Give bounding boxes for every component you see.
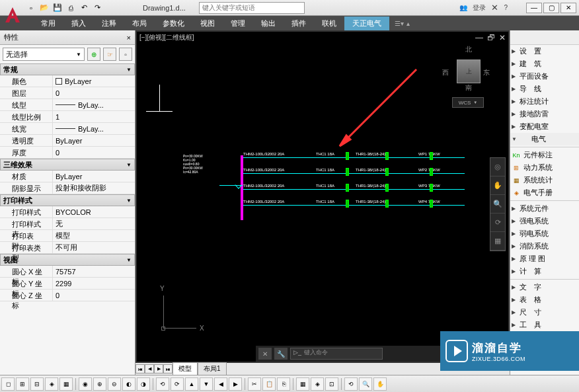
ribbon-collapse-icon[interactable]: ▴ (406, 20, 410, 27)
palette-item[interactable]: ▶弱电系统 (510, 227, 579, 240)
palette-group-header[interactable]: ▼电气 (510, 133, 579, 145)
prop-row[interactable]: 圆心 Y 坐标2299 (0, 278, 135, 290)
palette-item[interactable]: ▶接地防雷 (510, 108, 579, 120)
cmd-close-icon[interactable]: ✕ (258, 348, 272, 360)
prop-row[interactable]: 线型比例1 (0, 111, 135, 123)
drawing-canvas[interactable]: [−][俯视][二维线框] — 🗗 ✕ 北 南 西 东 上 WCS▼ ◎ ✋ 🔍… (137, 32, 508, 362)
palette-item[interactable]: ▶强电系统 (510, 215, 579, 227)
ribbon-menu-icon[interactable]: ☰▾ (395, 20, 404, 27)
app-logo[interactable] (3, 5, 22, 25)
palette-item[interactable]: ▶建 筑 (510, 58, 579, 70)
toolbar-button[interactable]: ◐ (122, 377, 135, 391)
ribbon-tab-6[interactable]: 管理 (223, 17, 253, 30)
quick-select-icon[interactable]: ⊕ (87, 48, 100, 61)
toolbar-button[interactable]: ✂ (248, 377, 261, 391)
prop-row[interactable]: 阴影显示投射和接收阴影 (0, 182, 135, 194)
palette-item[interactable]: ▶标注统计 (510, 95, 579, 108)
nav-pan-icon[interactable]: ✋ (490, 176, 505, 195)
toolbar-button[interactable]: ⟲ (344, 377, 358, 391)
toolbar-button[interactable]: ⊞ (16, 377, 29, 391)
select-objects-icon[interactable]: ☞ (103, 48, 116, 61)
help-icon[interactable]: ? (504, 4, 508, 11)
palette-item[interactable]: Kn元件标注 (510, 149, 579, 161)
palette-item[interactable]: ▶表 格 (510, 294, 579, 306)
prop-row[interactable]: 透明度ByLayer (0, 135, 135, 147)
cmd-config-icon[interactable]: 🔧 (274, 348, 288, 360)
palette-item[interactable]: ▶系统元件 (510, 202, 579, 215)
prop-row[interactable]: 图层0 (0, 87, 135, 99)
tab-first-icon[interactable]: ⏮ (135, 364, 145, 373)
prop-row[interactable]: 材质ByLayer (0, 171, 135, 182)
nav-zoom-icon[interactable]: 🔍 (490, 195, 505, 214)
prop-row[interactable]: 线型ByLay... (0, 99, 135, 111)
toolbar-button[interactable]: ▼ (200, 377, 213, 391)
viewport-restore-icon[interactable]: 🗗 (487, 33, 495, 42)
ribbon-tab-5[interactable]: 视图 (192, 17, 223, 30)
pickset-icon[interactable]: ▫ (119, 48, 132, 61)
qat-save-icon[interactable]: 💾 (52, 2, 63, 14)
prop-row[interactable]: 圆心 X 坐标75757 (0, 266, 135, 278)
ribbon-tab-2[interactable]: 注释 (94, 17, 124, 30)
qat-new-icon[interactable]: ▫ (25, 2, 37, 14)
ribbon-tab-8[interactable]: 插件 (284, 17, 314, 30)
toolbar-button[interactable]: ◀ (214, 377, 227, 391)
toolbar-button[interactable]: ▦ (296, 377, 309, 391)
palette-item[interactable]: ▶原 理 图 (510, 253, 579, 265)
signin-icon[interactable]: 👥 (459, 4, 467, 11)
toolbar-button[interactable]: ▦ (59, 377, 73, 391)
toolbar-button[interactable]: ◑ (137, 377, 150, 391)
tab-model[interactable]: 模型 (173, 362, 198, 375)
toolbar-button[interactable]: 🔍 (359, 377, 372, 391)
nav-wheel-icon[interactable]: ◎ (490, 158, 505, 176)
viewport-minimize-icon[interactable]: — (475, 33, 483, 42)
prop-row[interactable]: 打印样式表无 (0, 218, 135, 230)
maximize-button[interactable]: ▢ (543, 3, 559, 13)
group-header-fx[interactable]: 三维效果▼ (0, 159, 135, 171)
minimize-button[interactable]: — (526, 3, 542, 13)
prop-row[interactable]: 颜色ByLayer (0, 75, 135, 87)
ribbon-tab-10[interactable]: 天正电气 (344, 17, 389, 30)
toolbar-button[interactable]: ◻ (1, 377, 15, 391)
tab-last-icon[interactable]: ⏭ (163, 364, 173, 373)
viewcube[interactable]: 北 南 西 东 上 WCS▼ (442, 45, 495, 104)
ribbon-tab-0[interactable]: 常用 (33, 17, 63, 30)
ribbon-tab-3[interactable]: 布局 (124, 17, 155, 30)
palette-item[interactable]: ▶变配电室 (510, 120, 579, 133)
toolbar-button[interactable]: ⊕ (93, 377, 106, 391)
qat-undo-icon[interactable]: ↶ (78, 2, 90, 14)
command-input[interactable]: ▷_键入命令 (290, 348, 383, 360)
ribbon-tab-7[interactable]: 输出 (253, 17, 284, 30)
toolbar-button[interactable]: ◈ (311, 377, 324, 391)
exchange-icon[interactable]: ✕ (491, 3, 498, 13)
toolbar-button[interactable]: ◈ (45, 377, 58, 391)
group-header-view[interactable]: 视图▼ (0, 254, 135, 266)
toolbar-button[interactable]: ⊟ (30, 377, 44, 391)
palette-item[interactable]: ⊞动力系统 (510, 161, 579, 174)
toolbar-button[interactable]: ⊖ (108, 377, 121, 391)
qat-redo-icon[interactable]: ↷ (91, 2, 103, 14)
toolbar-button[interactable]: ✋ (373, 377, 387, 391)
palette-item[interactable]: ▶设 置 (510, 45, 579, 58)
close-button[interactable]: ✕ (560, 3, 576, 13)
login-link[interactable]: 登录 (473, 3, 486, 13)
qat-saveas-icon[interactable]: ⎙ (65, 2, 77, 14)
prop-row[interactable]: 厚度0 (0, 147, 135, 159)
palette-item[interactable]: ▶尺 寸 (510, 306, 579, 319)
tab-layout1[interactable]: 布局1 (198, 362, 227, 375)
palette-item[interactable]: ◈电气手册 (510, 186, 579, 199)
toolbar-button[interactable]: ⟳ (171, 377, 184, 391)
toolbar-button[interactable]: ⟲ (156, 377, 169, 391)
prop-row[interactable]: 线宽ByLay... (0, 123, 135, 135)
toolbar-button[interactable]: 📋 (262, 377, 276, 391)
toolbar-button[interactable]: ⎘ (277, 377, 290, 391)
palette-item[interactable]: ▶平面设备 (510, 70, 579, 83)
qat-open-icon[interactable]: 📂 (38, 2, 50, 14)
prop-row[interactable]: 打印表类型不可用 (0, 242, 135, 254)
panel-close-icon[interactable]: × (127, 34, 131, 42)
toolbar-button[interactable]: ⊡ (325, 377, 338, 391)
toolbar-button[interactable]: ▲ (185, 377, 198, 391)
ribbon-tab-9[interactable]: 联机 (314, 17, 344, 30)
selection-dropdown[interactable]: 无选择▼ (3, 48, 85, 61)
prop-row[interactable]: 打印表附...模型 (0, 230, 135, 242)
palette-item[interactable]: ▶文 字 (510, 281, 579, 294)
